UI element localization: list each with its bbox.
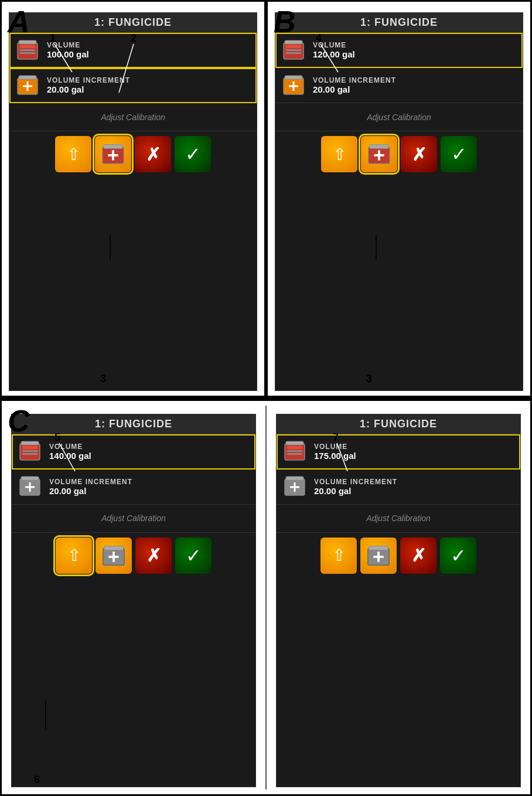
up-arrow-icon-b: ⇧ (333, 145, 346, 164)
svg-rect-22 (285, 40, 302, 44)
volume-increment-row-c2: VOLUME INCREMENT 20.00 gal (277, 470, 520, 505)
up-arrow-icon-a: ⇧ (67, 145, 80, 164)
section-c1: 1: FUNGICIDE (2, 401, 265, 795)
volume-icon-c2 (281, 438, 308, 465)
volume-value-a: 100.00 gal (47, 49, 89, 59)
increment-icon-a (14, 72, 41, 99)
calibration-text-c2: Adjust Calibration (366, 513, 431, 523)
volume-title-c2: VOLUME (314, 443, 356, 451)
volume-value-c2: 175.00 gal (314, 451, 356, 461)
volume-icon-a (14, 37, 41, 64)
volume-value-c1: 140.00 gal (49, 451, 91, 461)
calibration-row-c2[interactable]: Adjust Calibration (277, 505, 520, 533)
top-row: A 1 2 1: FUNGICIDE (0, 0, 532, 399)
increment-title-c1: VOLUME INCREMENT (49, 478, 132, 486)
btn-add-c2[interactable] (360, 538, 397, 574)
increment-value-a: 20.00 gal (47, 84, 130, 94)
svg-rect-21 (286, 52, 301, 54)
add-icon-b (365, 140, 393, 168)
btn-cancel-a[interactable]: ✗ (135, 136, 171, 172)
confirm-icon-c1: ✓ (186, 545, 202, 567)
cancel-icon-b: ✗ (412, 144, 427, 165)
confirm-icon-a: ✓ (185, 143, 201, 165)
btn-confirm-b[interactable]: ✓ (441, 136, 477, 172)
svg-rect-37 (22, 453, 37, 455)
btn-cancel-b[interactable]: ✗ (401, 136, 437, 172)
svg-rect-44 (104, 546, 124, 550)
cancel-icon-a: ✗ (146, 144, 161, 165)
increment-value-c1: 20.00 gal (49, 486, 132, 496)
annotation-4: 4 (316, 32, 322, 45)
volume-value-b: 120.00 gal (313, 49, 355, 59)
button-row-c1: ⇧ ✗ (12, 533, 255, 579)
btn-up-a[interactable]: ⇧ (55, 136, 91, 172)
btn-add-c1[interactable] (96, 538, 132, 574)
calibration-row-b[interactable]: Adjust Calibration (275, 103, 523, 131)
svg-rect-38 (21, 441, 39, 445)
svg-rect-36 (22, 450, 37, 452)
section-c-letter: C (8, 406, 30, 436)
svg-rect-49 (287, 450, 302, 452)
cancel-icon-c1: ✗ (146, 545, 161, 566)
panel-c2: 1: FUNGICIDE (276, 414, 521, 788)
section-a: A 1 2 1: FUNGICIDE (0, 0, 266, 397)
annotation-6: 6 (34, 774, 40, 786)
panel-a: 1: FUNGICIDE VOLUME 100 (9, 12, 257, 391)
calibration-text-b: Adjust Calibration (367, 113, 431, 122)
confirm-icon-c2: ✓ (451, 545, 466, 567)
svg-rect-19 (286, 45, 301, 48)
svg-rect-48 (287, 446, 302, 449)
annotation-2: 2 (131, 32, 137, 45)
volume-icon-c1 (16, 438, 43, 465)
section-b-letter: B (274, 6, 296, 37)
btn-add-b[interactable] (361, 136, 397, 172)
svg-rect-7 (19, 40, 36, 44)
btn-cancel-c2[interactable]: ✗ (400, 538, 436, 574)
calibration-text-a: Adjust Calibration (101, 113, 165, 122)
annotation-3-a: 3 (100, 373, 106, 385)
panel-c2-title: 1: FUNGICIDE (277, 414, 520, 434)
btn-add-a[interactable] (95, 136, 131, 172)
annotation-5: 5 (54, 431, 60, 444)
volume-row-c2: VOLUME 175.00 gal (277, 434, 520, 470)
svg-rect-20 (286, 49, 301, 51)
volume-increment-row-a: VOLUME INCREMENT 20.00 gal (9, 68, 257, 103)
increment-label-c2: VOLUME INCREMENT 20.00 gal (314, 478, 397, 496)
btn-up-b[interactable]: ⇧ (321, 136, 357, 172)
increment-icon-b (280, 72, 307, 99)
increment-icon-c1 (16, 473, 43, 500)
svg-rect-53 (286, 477, 303, 480)
btn-confirm-a[interactable]: ✓ (175, 136, 211, 172)
btn-up-c2[interactable]: ⇧ (320, 538, 357, 574)
cancel-icon-c2: ✗ (411, 545, 426, 566)
volume-icon-b (280, 37, 307, 64)
button-row-b: ⇧ ✗ ✓ (275, 131, 523, 177)
svg-rect-9 (19, 76, 36, 79)
calibration-row-a[interactable]: Adjust Calibration (9, 103, 257, 131)
svg-rect-6 (20, 52, 35, 54)
svg-rect-24 (285, 76, 302, 79)
increment-title-c2: VOLUME INCREMENT (314, 478, 397, 486)
panel-b: 1: FUNGICIDE VOLUME 120 (275, 12, 523, 391)
btn-up-c1[interactable]: ⇧ (56, 538, 92, 574)
panel-c1: 1: FUNGICIDE (11, 414, 256, 788)
volume-increment-row-b: VOLUME INCREMENT 20.00 gal (275, 68, 523, 103)
section-c2: 1: FUNGICIDE (267, 401, 530, 795)
calibration-row-c1[interactable]: Adjust Calibration (12, 505, 255, 533)
volume-row-c1: VOLUME 140.00 gal (12, 434, 255, 470)
increment-title-b: VOLUME INCREMENT (313, 76, 396, 84)
btn-confirm-c2[interactable]: ✓ (440, 538, 476, 574)
svg-rect-13 (104, 145, 123, 149)
bottom-row: C 5 7 1: FUNGICIDE (0, 399, 532, 797)
svg-rect-5 (20, 49, 35, 51)
increment-value-c2: 20.00 gal (314, 486, 397, 496)
increment-label-a: VOLUME INCREMENT 20.00 gal (47, 76, 130, 94)
svg-rect-50 (287, 453, 302, 455)
btn-cancel-c1[interactable]: ✗ (135, 538, 172, 574)
btn-confirm-c1[interactable]: ✓ (175, 538, 212, 574)
volume-label-c1: VOLUME 140.00 gal (49, 443, 91, 461)
section-a-letter: A (8, 6, 30, 37)
volume-increment-row-c1: VOLUME INCREMENT 20.00 gal (12, 470, 255, 505)
add-icon-a (99, 140, 127, 168)
svg-rect-40 (21, 477, 39, 480)
